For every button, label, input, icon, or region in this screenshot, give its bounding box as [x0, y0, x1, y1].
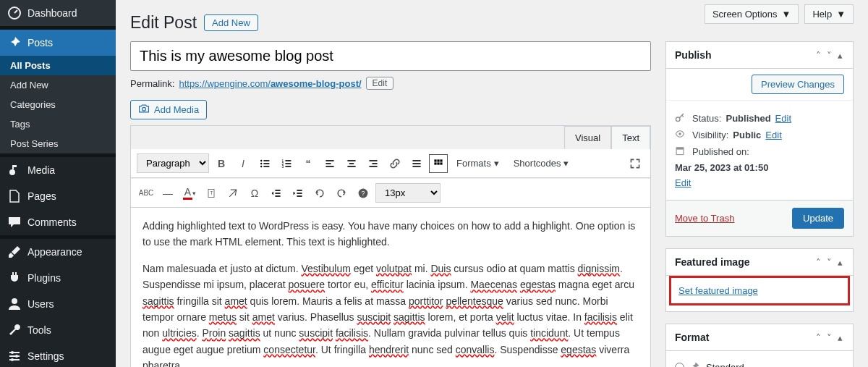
svg-rect-26	[372, 163, 377, 164]
outdent-button[interactable]	[267, 184, 286, 203]
screen-options-toggle[interactable]: Screen Options ▼	[705, 4, 799, 24]
help-button[interactable]: ?	[354, 184, 373, 203]
svg-rect-21	[326, 166, 333, 167]
hr-button[interactable]: —	[158, 184, 177, 203]
visibility-value: Public	[733, 130, 761, 140]
key-icon	[675, 112, 688, 125]
move-down-button[interactable]: ˅	[825, 332, 833, 343]
blockquote-button[interactable]: “	[299, 154, 318, 173]
edit-permalink-button[interactable]: Edit	[366, 77, 394, 90]
edit-status-link[interactable]: Edit	[775, 113, 791, 124]
add-media-button[interactable]: Add Media	[130, 100, 207, 119]
collapse-button[interactable]: ▴	[836, 257, 844, 268]
sidebar-item-plugins[interactable]: Plugins	[0, 265, 116, 291]
chevron-down-icon: ▾	[494, 158, 499, 169]
visibility-label: Visibility:	[692, 130, 728, 140]
move-up-button[interactable]: ˄	[814, 332, 822, 343]
sidebar-item-appearance[interactable]: Appearance	[0, 239, 116, 265]
featured-heading: Featured image	[675, 256, 749, 268]
published-value: Mar 25, 2023 at 01:50	[675, 162, 768, 173]
sidebar-label: Plugins	[27, 272, 61, 284]
sidebar-item-settings[interactable]: Settings	[0, 343, 116, 367]
sidebar-item-media[interactable]: Media	[0, 157, 116, 183]
shortcodes-dropdown[interactable]: Shortcodes ▾	[508, 158, 575, 169]
submenu-all-posts[interactable]: All Posts	[0, 56, 116, 75]
pin-icon	[690, 361, 700, 367]
bold-button[interactable]: B	[212, 154, 231, 173]
bullet-list-button[interactable]	[255, 154, 274, 173]
svg-point-4	[15, 355, 18, 358]
sidebar-item-comments[interactable]: Comments	[0, 209, 116, 235]
formats-dropdown[interactable]: Formats ▾	[451, 158, 505, 169]
indent-button[interactable]	[289, 184, 307, 203]
sidebar-label: Tools	[27, 324, 51, 336]
special-char-button[interactable]: Ω	[245, 184, 264, 203]
posts-submenu: All Posts Add New Categories Tags Post S…	[0, 56, 116, 153]
align-center-button[interactable]	[342, 154, 361, 173]
align-right-button[interactable]	[364, 154, 383, 173]
move-down-button[interactable]: ˅	[825, 50, 833, 61]
svg-rect-23	[349, 163, 354, 164]
svg-point-5	[11, 358, 14, 361]
collapse-button[interactable]: ▴	[836, 332, 844, 343]
align-left-button[interactable]	[320, 154, 339, 173]
format-option-standard[interactable]: Standard	[675, 358, 844, 367]
page-icon	[7, 189, 22, 203]
tab-visual[interactable]: Visual	[564, 126, 611, 149]
set-featured-image-link[interactable]: Set featured image	[678, 285, 758, 296]
move-up-button[interactable]: ˄	[814, 50, 822, 61]
tab-text[interactable]: Text	[611, 126, 650, 149]
move-to-trash-link[interactable]: Move to Trash	[675, 213, 734, 224]
editor-body[interactable]: Adding highlighted text to WordPress is …	[131, 208, 650, 367]
svg-rect-34	[434, 162, 436, 164]
numbered-list-button[interactable]: 123	[277, 154, 296, 173]
clear-format-button[interactable]	[224, 184, 242, 203]
more-button[interactable]	[407, 154, 426, 173]
add-new-button[interactable]: Add New	[204, 14, 258, 31]
toolbar-toggle-button[interactable]	[429, 154, 448, 173]
text-color-button[interactable]: A ▾	[180, 184, 199, 203]
svg-rect-42	[297, 190, 302, 191]
sidebar-item-posts[interactable]: Posts	[0, 30, 116, 56]
page-title: Edit Post	[130, 13, 197, 33]
strikethrough-button[interactable]: ABC	[137, 184, 156, 203]
sidebar-item-users[interactable]: Users	[0, 291, 116, 317]
paste-text-button[interactable]: T	[202, 184, 221, 203]
font-size-select[interactable]: 13px	[375, 183, 441, 203]
svg-rect-31	[434, 159, 436, 161]
sidebar-item-dashboard[interactable]: Dashboard	[0, 0, 116, 26]
svg-rect-50	[676, 148, 684, 150]
sidebar-item-tools[interactable]: Tools	[0, 317, 116, 343]
svg-point-7	[260, 159, 262, 161]
submenu-categories[interactable]: Categories	[0, 95, 116, 114]
permalink-link[interactable]: https://wpengine.com/awesome-blog-post/	[179, 78, 361, 89]
sidebar-item-pages[interactable]: Pages	[0, 183, 116, 209]
italic-button[interactable]: I	[234, 154, 252, 173]
help-toggle[interactable]: Help ▼	[804, 4, 854, 24]
sidebar-label: Pages	[27, 190, 56, 202]
move-up-button[interactable]: ˄	[814, 257, 822, 268]
fullscreen-button[interactable]	[626, 154, 644, 173]
collapse-button[interactable]: ▴	[836, 50, 844, 61]
svg-point-1	[9, 169, 15, 175]
edit-date-link[interactable]: Edit	[675, 177, 844, 188]
redo-button[interactable]	[332, 184, 351, 203]
content-paragraph: Nam malesuada et justo at dictum. Vestib…	[142, 261, 639, 367]
link-button[interactable]	[386, 154, 404, 173]
move-down-button[interactable]: ˅	[825, 257, 833, 268]
format-radio[interactable]	[675, 363, 684, 367]
svg-text:?: ?	[362, 190, 365, 197]
preview-changes-button[interactable]: Preview Changes	[752, 75, 844, 94]
submenu-add-new[interactable]: Add New	[0, 75, 116, 95]
undo-button[interactable]	[310, 184, 329, 203]
submenu-post-series[interactable]: Post Series	[0, 134, 116, 153]
update-button[interactable]: Update	[792, 208, 844, 229]
svg-rect-12	[263, 166, 269, 167]
block-format-select[interactable]: Paragraph	[137, 153, 209, 173]
post-title-input[interactable]	[130, 41, 651, 71]
edit-visibility-link[interactable]: Edit	[765, 130, 781, 140]
svg-rect-20	[326, 163, 331, 164]
svg-rect-18	[285, 166, 291, 167]
screen-options-label: Screen Options	[712, 9, 778, 20]
submenu-tags[interactable]: Tags	[0, 114, 116, 134]
